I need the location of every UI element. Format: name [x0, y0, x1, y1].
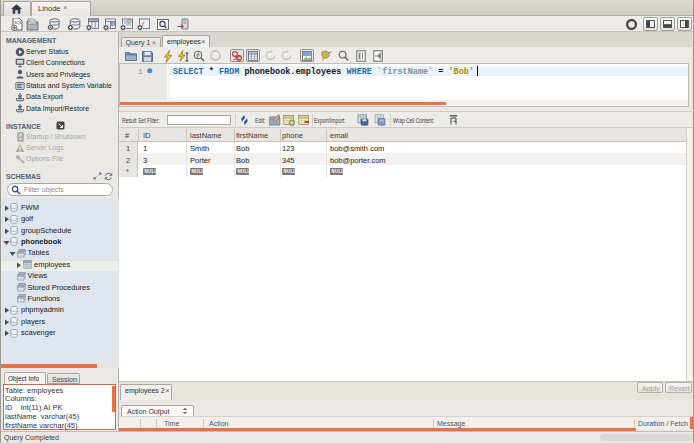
svg-text:SQL: SQL: [29, 20, 36, 24]
svg-text:SQL: SQL: [14, 20, 23, 25]
